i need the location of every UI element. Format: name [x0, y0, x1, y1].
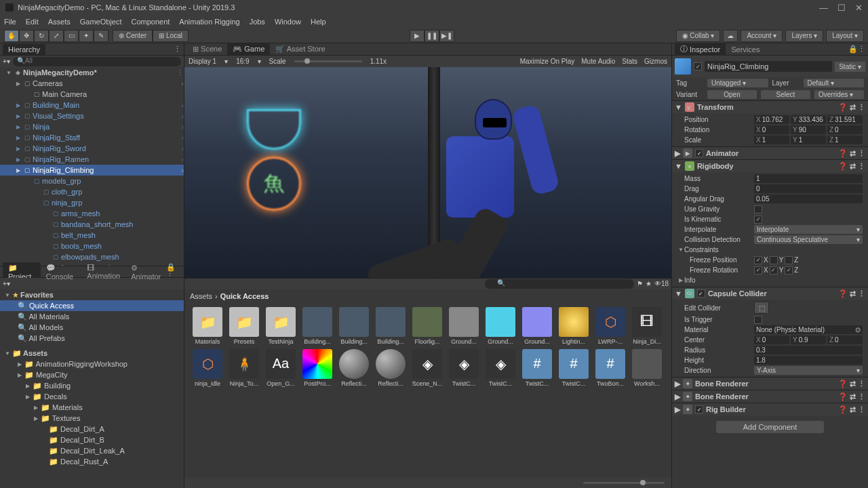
fav-item[interactable]: 🔍 All Models [0, 322, 184, 333]
menu-assets[interactable]: Assets [48, 18, 71, 26]
asset-item[interactable]: ◈TwistC... [448, 349, 480, 387]
kinematic-checkbox[interactable]: ✓ [754, 216, 762, 224]
assets-header[interactable]: ▼📁 Assets [0, 348, 184, 359]
handle-toggle[interactable]: ⊞Local [153, 30, 189, 42]
folder-item[interactable]: ▶📁 Materials [0, 402, 184, 413]
asset-item[interactable]: Building... [301, 307, 334, 345]
custom-tool[interactable]: ✎ [94, 30, 108, 42]
hierarchy-item[interactable]: ▢cloth_grp [0, 186, 184, 197]
rig-builder[interactable]: ▶ ✦ ✓ Rig Builder❓ ⇄ ⋮ [672, 403, 868, 415]
transform-header[interactable]: ▼ ⟀ Transform❓ ⇄ ⋮ [672, 101, 868, 113]
project-create[interactable]: +▾ [3, 280, 10, 287]
create-dropdown[interactable]: +▾ [3, 58, 10, 65]
rot-y[interactable]: Y90 [791, 125, 826, 134]
tab-animator[interactable]: ⚙ Animator [125, 262, 166, 282]
hierarchy-item[interactable]: ▶▢Cameras› [0, 78, 184, 89]
panel-menu-icon[interactable]: ⋮ [858, 45, 865, 54]
menu-jobs[interactable]: Jobs [250, 18, 265, 26]
scale-slider[interactable] [294, 60, 362, 62]
panel-menu-icon[interactable]: ⋮ [174, 45, 181, 54]
account-dropdown[interactable]: Account ▾ [741, 30, 783, 42]
folder-item[interactable]: ▶📁 Building [0, 380, 184, 391]
asset-item[interactable]: 📁Presets [228, 307, 260, 345]
asset-item[interactable]: Ground... [484, 307, 517, 345]
hierarchy-item[interactable]: ▶▢NinjaRig_Ramen› [0, 154, 184, 165]
play-button[interactable]: ▶ [410, 30, 425, 42]
tag-dropdown[interactable]: Untagged ▾ [707, 79, 768, 87]
mass-field[interactable]: 1 [754, 174, 863, 183]
collision-dropdown[interactable]: Continuous Speculative▾ [754, 235, 863, 244]
folder-item[interactable]: ▶📁 Decals [0, 391, 184, 402]
menu-component[interactable]: Component [131, 18, 170, 26]
hierarchy-item[interactable]: ▶▢NinjaRig_Staff› [0, 132, 184, 143]
display-dropdown[interactable]: Display 1 [189, 58, 216, 65]
asset-item[interactable]: Floorlig... [411, 307, 443, 345]
rot-z[interactable]: Z0 [827, 125, 863, 134]
select-button[interactable]: Select [761, 90, 810, 99]
lock-icon[interactable]: 🔒 [848, 45, 858, 54]
hierarchy-item[interactable]: ▶▢Visual_Settings› [0, 110, 184, 121]
asset-item[interactable]: Ground... [521, 307, 553, 345]
asset-item[interactable]: Reflecti... [374, 349, 407, 387]
pos-z[interactable]: Z31.591 [827, 115, 863, 124]
step-button[interactable]: ▶❚ [439, 30, 454, 42]
favorites-header[interactable]: ▼★ Favorites [0, 289, 184, 300]
tab-asset-store[interactable]: 🛒 Asset Store [270, 43, 330, 55]
asset-item[interactable]: ◈TwistC... [484, 349, 517, 387]
capsule-header[interactable]: ▼ ⬭ ✓ Capsule Collider❓ ⇄ ⋮ [672, 287, 868, 300]
thumbnail-size-slider[interactable] [583, 482, 665, 484]
collab-dropdown[interactable]: ◉ Collab ▾ [676, 30, 721, 42]
tab-scene[interactable]: ⊞ Scene [187, 43, 227, 55]
drag-field[interactable]: 0 [754, 184, 863, 193]
asset-item[interactable]: Building... [374, 307, 407, 345]
folder-item[interactable]: 📁 Decal_Dirt_A [0, 424, 184, 434]
hierarchy-item[interactable]: ▢elbowpads_mesh [0, 251, 184, 262]
scene-root[interactable]: ▼◆ NinjaMegacityDemo* ⋮ [0, 67, 184, 78]
pivot-toggle[interactable]: ⊕Center [113, 30, 153, 42]
tab-game[interactable]: 🎮 Game [227, 43, 270, 55]
scl-y[interactable]: Y1 [791, 136, 826, 144]
hierarchy-item[interactable]: ▢bandana_short_mesh [0, 219, 184, 230]
hierarchy-item[interactable]: ▢belt_mesh [0, 230, 184, 241]
stats[interactable]: Stats [622, 58, 637, 65]
menu-help[interactable]: Help [311, 18, 326, 26]
project-search[interactable]: 🔍 [485, 279, 634, 289]
menu-animation-rigging[interactable]: Animation Rigging [179, 18, 239, 26]
radius-field[interactable]: 0.3 [754, 346, 863, 354]
menu-edit[interactable]: Edit [26, 18, 39, 26]
fav-item[interactable]: 🔍 All Materials [0, 311, 184, 322]
services-tab[interactable]: Services [726, 44, 765, 55]
hierarchy-tab[interactable]: Hierarchy [3, 44, 45, 55]
hierarchy-item[interactable]: ▶▢NinjaRig_Climbing› [0, 165, 184, 176]
asset-item[interactable]: ⬡ninja_idle [191, 349, 224, 387]
folder-item[interactable]: ▶📁 MegaCity [0, 369, 184, 380]
asset-item[interactable]: 🎞Ninja_Di... [631, 307, 663, 345]
trigger-checkbox[interactable] [754, 316, 762, 324]
folder-item[interactable]: ▶📁 Textures [0, 413, 184, 424]
active-checkbox[interactable]: ✓ [694, 62, 702, 70]
asset-item[interactable]: AaOpen_G... [264, 349, 297, 387]
asset-item[interactable]: 🧍Ninja_To... [228, 349, 260, 387]
menu-gameobject[interactable]: GameObject [80, 18, 122, 26]
menu-file[interactable]: File [4, 18, 16, 26]
rect-tool[interactable]: ▭ [64, 30, 79, 42]
aspect-dropdown[interactable]: 16:9 [236, 58, 249, 65]
edit-collider-button[interactable]: ⬚ [754, 302, 769, 314]
gravity-checkbox[interactable] [754, 205, 762, 214]
asset-item[interactable]: ⬡LWRP-... [594, 307, 627, 345]
gizmos[interactable]: Gizmos [644, 58, 667, 65]
static-dropdown[interactable]: Static ▾ [835, 62, 865, 72]
asset-item[interactable]: ◈Scene_N... [411, 349, 443, 387]
menu-window[interactable]: Window [275, 18, 301, 26]
minimize-button[interactable]: — [819, 3, 828, 13]
pos-y[interactable]: Y333.436 [791, 115, 826, 124]
animator-header[interactable]: ▶ ▶ ✓ Animator❓ ⇄ ⋮ [672, 147, 868, 159]
scl-x[interactable]: X1 [754, 136, 789, 144]
pos-x[interactable]: X10.762 [754, 115, 789, 124]
asset-item[interactable]: #TwoBon... [594, 349, 627, 387]
angular-drag-field[interactable]: 0.05 [754, 195, 863, 203]
maximize-on-play[interactable]: Maximize On Play [520, 58, 575, 65]
interpolate-dropdown[interactable]: Interpolate▾ [754, 225, 863, 234]
hierarchy-item[interactable]: ▢Main Camera [0, 89, 184, 100]
breadcrumb[interactable]: Assets › Quick Access [184, 289, 671, 303]
